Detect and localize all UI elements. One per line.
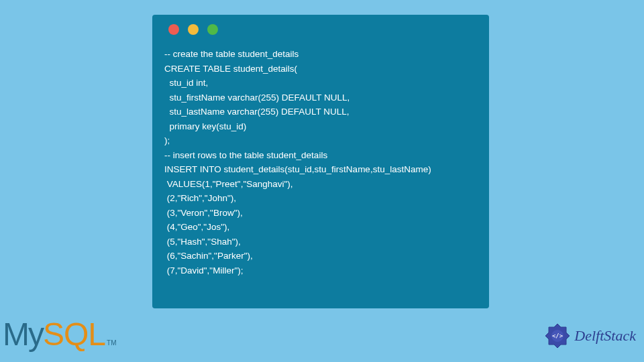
- close-dot: [168, 24, 179, 35]
- mysql-logo: MySQLTM: [3, 316, 116, 353]
- mysql-my-text: My: [3, 316, 43, 353]
- code-content: -- create the table student_details CREA…: [164, 47, 477, 278]
- window-controls: [164, 24, 477, 35]
- delftstack-text: DelftStack: [574, 327, 636, 345]
- delftstack-logo: </> DelftStack: [543, 322, 636, 350]
- maximize-dot: [207, 24, 218, 35]
- mysql-tm-text: TM: [107, 339, 116, 347]
- code-window: -- create the table student_details CREA…: [152, 15, 489, 308]
- mysql-sql-text: SQL: [43, 316, 105, 353]
- svg-text:</>: </>: [552, 333, 564, 339]
- delftstack-icon: </>: [543, 322, 572, 350]
- minimize-dot: [188, 24, 199, 35]
